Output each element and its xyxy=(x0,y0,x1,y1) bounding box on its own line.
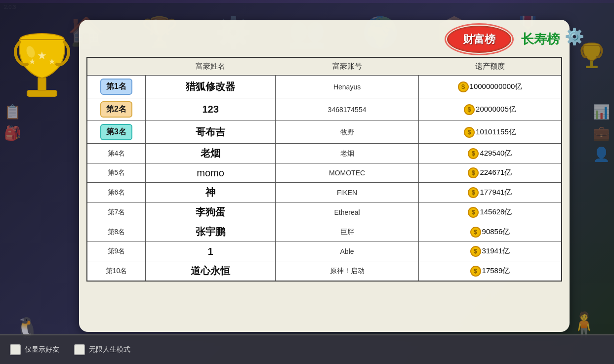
rank-badge: 第10名 xyxy=(101,265,132,278)
svg-rect-1 xyxy=(38,78,46,90)
rank-badge: 第6名 xyxy=(103,186,130,199)
wealth-cell: $10101155亿 xyxy=(418,121,562,144)
table-row: 第10名道心永恒原神！启动$17589亿 xyxy=(87,261,562,282)
table-row: 第1名猎狐修改器Henayus$10000000000亿 xyxy=(87,76,562,98)
name-cell: 1 xyxy=(145,242,275,261)
name-cell: 老烟 xyxy=(145,144,275,163)
right-icon-1: 📊 xyxy=(593,104,610,120)
leaderboard-table: 富豪姓名 富豪账号 遗产额度 第1名猎狐修改器Henayus$100000000… xyxy=(86,57,562,282)
player-account: FIKEN xyxy=(337,189,357,197)
table-row: 第3名哥布吉牧野$10101155亿 xyxy=(87,121,562,144)
wealth-amount: 10101155亿 xyxy=(476,127,516,136)
table-row: 第2名1233468174554$20000005亿 xyxy=(87,98,562,121)
name-cell: 123 xyxy=(145,98,275,121)
rank-cell: 第8名 xyxy=(87,222,145,242)
unlimited-life-checkbox[interactable] xyxy=(74,344,85,355)
rank-badge: 第8名 xyxy=(103,226,130,239)
svg-text:★: ★ xyxy=(37,49,47,62)
rank-cell: 第1名 xyxy=(87,76,145,98)
wealth-cell: $20000005亿 xyxy=(418,98,562,121)
name-cell: 李狗蛋 xyxy=(145,202,275,222)
name-cell: 张宇鹏 xyxy=(145,222,275,242)
leaderboard-table-container: 富豪姓名 富豪账号 遗产额度 第1名猎狐修改器Henayus$100000000… xyxy=(79,53,570,286)
account-cell: Ethereal xyxy=(276,202,419,222)
svg-text:★: ★ xyxy=(29,57,36,66)
table-row: 第4名老烟老烟$429540亿 xyxy=(87,144,562,163)
wealth-cell: $177941亿 xyxy=(418,183,562,202)
rank-cell: 第10名 xyxy=(87,261,145,282)
tab-bar: 财富榜 长寿榜 xyxy=(79,20,570,53)
coin-icon: $ xyxy=(468,148,479,159)
name-cell: 道心永恒 xyxy=(145,261,275,282)
account-cell: Henayus xyxy=(276,76,419,98)
wealth-amount: 10000000000亿 xyxy=(470,82,523,90)
name-cell: 猎狐修改器 xyxy=(145,76,275,98)
rank-badge: 第5名 xyxy=(103,166,130,179)
wealth-cell: $10000000000亿 xyxy=(418,76,562,98)
rank-badge: 第9名 xyxy=(103,245,130,258)
name-cell: 哥布吉 xyxy=(145,121,275,144)
friends-only-toggle[interactable]: 仅显示好友 xyxy=(10,344,59,355)
svg-rect-2 xyxy=(27,90,57,96)
wealth-amount: 224671亿 xyxy=(480,168,512,176)
tab-longevity[interactable]: 长寿榜 xyxy=(521,31,560,48)
player-name: 123 xyxy=(202,104,218,115)
rank-cell: 第7名 xyxy=(87,202,145,222)
friends-only-label: 仅显示好友 xyxy=(25,345,59,354)
settings-gear-icon[interactable]: ⚙️ xyxy=(565,27,584,46)
coin-icon: $ xyxy=(464,104,475,115)
rank-badge: 第1名 xyxy=(100,79,132,95)
wealth-cell: $224671亿 xyxy=(418,163,562,183)
account-cell: 原神！启动 xyxy=(276,261,419,282)
table-header: 富豪姓名 富豪账号 遗产额度 xyxy=(87,57,562,76)
tab-wealth-label: 财富榜 xyxy=(463,32,495,47)
rank-cell: 第3名 xyxy=(87,121,145,144)
friends-only-checkbox[interactable] xyxy=(10,344,21,355)
player-account: 巨胖 xyxy=(340,228,354,236)
table-row: 第6名神FIKEN$177941亿 xyxy=(87,183,562,202)
player-account: 牧野 xyxy=(340,128,354,136)
coin-icon: $ xyxy=(470,246,481,257)
player-account: Henayus xyxy=(333,83,361,91)
rank-cell: 第4名 xyxy=(87,144,145,163)
account-cell: 巨胖 xyxy=(276,222,419,242)
unlimited-life-label: 无限人生模式 xyxy=(89,345,130,354)
account-cell: 老烟 xyxy=(276,144,419,163)
wealth-cell: $17589亿 xyxy=(418,261,562,282)
player-name: 哥布吉 xyxy=(196,126,225,137)
left-icon-2: 🎒 xyxy=(4,125,21,141)
col-name-header: 富豪姓名 xyxy=(145,57,275,76)
rank-cell: 第2名 xyxy=(87,98,145,121)
player-account: 3468174554 xyxy=(328,106,367,114)
col-account-header: 富豪账号 xyxy=(276,57,419,76)
coin-icon: $ xyxy=(458,81,469,92)
name-cell: momo xyxy=(145,163,275,183)
coin-icon: $ xyxy=(468,187,479,198)
wealth-cell: $145628亿 xyxy=(418,202,562,222)
unlimited-life-toggle[interactable]: 无限人生模式 xyxy=(74,344,130,355)
rank-badge: 第7名 xyxy=(103,206,130,219)
bottom-control-bar: 仅显示好友 无限人生模式 xyxy=(0,334,614,364)
account-cell: Able xyxy=(276,242,419,261)
coin-icon: $ xyxy=(470,227,481,238)
player-name: 神 xyxy=(205,187,215,198)
wealth-cell: $31941亿 xyxy=(418,242,562,261)
left-side-decorations: 📋 🎒 xyxy=(0,99,25,146)
rank-badge: 第3名 xyxy=(100,124,132,140)
player-name: momo xyxy=(197,167,224,178)
tab-wealth[interactable]: 财富榜 xyxy=(447,26,511,53)
wealth-amount: 90856亿 xyxy=(482,227,510,236)
wealth-cell: $429540亿 xyxy=(418,144,562,163)
left-icon-1: 📋 xyxy=(4,104,21,120)
rank-badge: 第4名 xyxy=(103,147,130,160)
wealth-amount: 20000005亿 xyxy=(476,105,516,113)
account-cell: 牧野 xyxy=(276,121,419,144)
right-side-decorations: 📊 💼 👤 xyxy=(589,99,614,167)
player-account: MOMOTEC xyxy=(329,169,365,177)
player-account: 老烟 xyxy=(340,149,354,157)
rank-cell: 第9名 xyxy=(87,242,145,261)
account-cell: FIKEN xyxy=(276,183,419,202)
player-name: 猎狐修改器 xyxy=(186,81,235,92)
wealth-amount: 31941亿 xyxy=(482,246,510,255)
coin-icon: $ xyxy=(464,127,475,138)
